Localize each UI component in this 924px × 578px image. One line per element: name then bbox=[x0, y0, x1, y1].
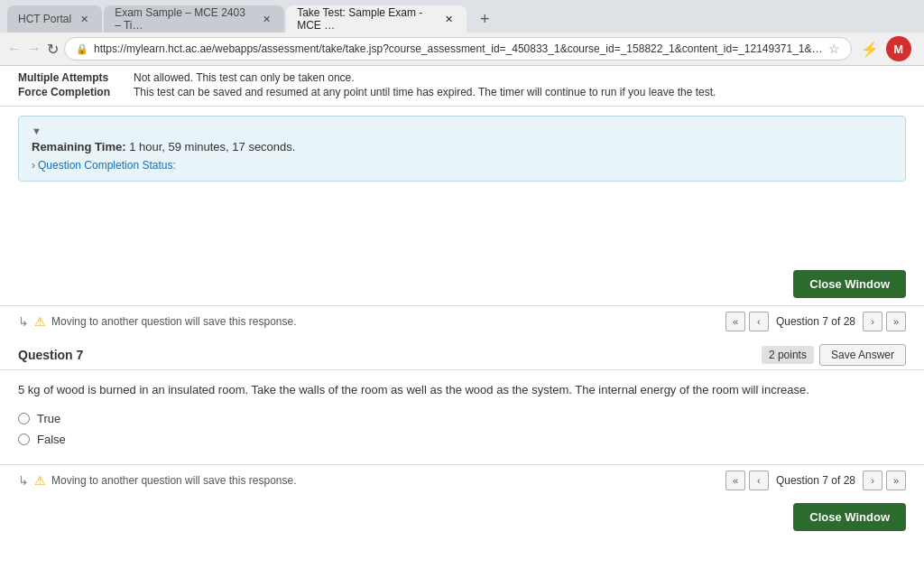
question-text: 5 kg of wood is burned in an insulated r… bbox=[18, 381, 906, 399]
top-save-note: ↳ ⚠ Moving to another question will save… bbox=[18, 314, 296, 329]
question-body: 5 kg of wood is burned in an insulated r… bbox=[0, 370, 924, 464]
top-close-window-row: Close Window bbox=[0, 263, 924, 305]
radio-true[interactable] bbox=[18, 413, 30, 424]
tab-close-take-test[interactable]: ✕ bbox=[441, 12, 456, 26]
top-close-window-button[interactable]: Close Window bbox=[793, 270, 906, 298]
tab-bar: HCT Portal ✕ Exam Sample – MCE 2403 – Ti… bbox=[0, 0, 924, 33]
multiple-attempts-row: Multiple Attempts Not allowed. This test… bbox=[18, 71, 906, 84]
timer-text: Remaining Time: 1 hour, 59 minutes, 17 s… bbox=[32, 140, 892, 154]
question-meta: 2 points Save Answer bbox=[762, 344, 906, 366]
bottom-pagination: « ‹ Question 7 of 28 › » bbox=[725, 471, 906, 490]
chevron-right-icon: › bbox=[32, 159, 35, 172]
bottom-close-window-row: Close Window bbox=[0, 496, 924, 542]
last-page-button[interactable]: » bbox=[886, 312, 906, 331]
bottom-arrow-icon: ↳ bbox=[18, 473, 29, 488]
tab-close-hct[interactable]: ✕ bbox=[77, 12, 91, 26]
warning-icon: ⚠ bbox=[34, 314, 46, 329]
bottom-close-window-button[interactable]: Close Window bbox=[793, 503, 906, 531]
force-completion-value: This test can be saved and resumed at an… bbox=[134, 86, 716, 98]
address-bar[interactable]: 🔒 https://mylearn.hct.ac.ae/webapps/asse… bbox=[64, 37, 852, 61]
timer-box: ▼ Remaining Time: 1 hour, 59 minutes, 17… bbox=[18, 116, 906, 182]
answer-option-true[interactable]: True bbox=[18, 412, 906, 425]
force-completion-label: Force Completion bbox=[18, 86, 126, 98]
multiple-attempts-label: Multiple Attempts bbox=[18, 71, 126, 84]
back-button[interactable]: ← bbox=[7, 36, 22, 61]
save-answer-button[interactable]: Save Answer bbox=[819, 344, 906, 366]
answer-label-true: True bbox=[37, 412, 60, 425]
multiple-attempts-value: Not allowed. This test can only be taken… bbox=[134, 71, 355, 84]
tab-label: HCT Portal bbox=[18, 13, 71, 25]
lock-icon: 🔒 bbox=[76, 43, 88, 55]
spacer-area bbox=[0, 191, 924, 263]
top-question-nav-row: ↳ ⚠ Moving to another question will save… bbox=[0, 305, 924, 337]
question-status-text: Question Completion Status: bbox=[38, 159, 176, 172]
answer-label-false: False bbox=[37, 433, 66, 446]
url-text: https://mylearn.hct.ac.ae/webapps/assess… bbox=[94, 42, 823, 55]
bottom-pagination-text: Question 7 of 28 bbox=[776, 474, 855, 487]
tab-label: Take Test: Sample Exam -MCE … bbox=[297, 6, 436, 32]
page-content: Multiple Attempts Not allowed. This test… bbox=[0, 66, 924, 578]
bottom-first-page-button[interactable]: « bbox=[725, 471, 745, 490]
question-title: Question 7 bbox=[18, 348, 83, 362]
pagination-text: Question 7 of 28 bbox=[776, 315, 855, 328]
tab-exam-sample[interactable]: Exam Sample – MCE 2403 – Ti… ✕ bbox=[104, 5, 284, 33]
menu-icon[interactable]: ⋮ bbox=[915, 36, 924, 61]
question-header: Question 7 2 points Save Answer bbox=[0, 337, 924, 370]
answer-option-false[interactable]: False bbox=[18, 433, 906, 446]
nav-actions: ⚡ M ⋮ bbox=[857, 36, 924, 61]
tab-take-test[interactable]: Take Test: Sample Exam -MCE … ✕ bbox=[286, 5, 467, 33]
force-completion-row: Force Completion This test can be saved … bbox=[18, 86, 906, 98]
extensions-icon[interactable]: ⚡ bbox=[857, 36, 882, 61]
forward-button[interactable]: → bbox=[27, 36, 42, 61]
timer-collapse: ▼ bbox=[32, 126, 892, 136]
next-page-button[interactable]: › bbox=[863, 312, 882, 331]
tab-close-exam[interactable]: ✕ bbox=[259, 12, 273, 26]
bottom-question-nav-row: ↳ ⚠ Moving to another question will save… bbox=[0, 464, 924, 496]
nav-bar: ← → ↻ 🔒 https://mylearn.hct.ac.ae/webapp… bbox=[0, 33, 924, 66]
bottom-save-note: ↳ ⚠ Moving to another question will save… bbox=[18, 473, 296, 488]
bottom-warning-icon: ⚠ bbox=[34, 473, 46, 488]
arrow-icon: ↳ bbox=[18, 314, 29, 329]
refresh-button[interactable]: ↻ bbox=[47, 36, 59, 61]
tab-hct-portal[interactable]: HCT Portal ✕ bbox=[7, 5, 102, 33]
prev-page-button[interactable]: ‹ bbox=[749, 312, 769, 331]
timer-value: 1 hour, 59 minutes, 17 seconds. bbox=[129, 140, 295, 154]
bottom-last-page-button[interactable]: » bbox=[886, 471, 906, 490]
first-page-button[interactable]: « bbox=[725, 312, 745, 331]
save-note-text: Moving to another question will save thi… bbox=[51, 315, 296, 328]
new-tab-button[interactable]: + bbox=[472, 6, 497, 32]
bookmark-icon[interactable]: ☆ bbox=[828, 42, 840, 56]
points-badge: 2 points bbox=[762, 346, 814, 364]
top-pagination: « ‹ Question 7 of 28 › » bbox=[725, 312, 906, 331]
question-status-link[interactable]: › Question Completion Status: bbox=[32, 159, 892, 172]
timer-label: Remaining Time: bbox=[32, 140, 126, 154]
bottom-save-note-text: Moving to another question will save thi… bbox=[51, 474, 296, 487]
profile-button[interactable]: M bbox=[886, 36, 911, 61]
bottom-prev-page-button[interactable]: ‹ bbox=[749, 471, 769, 490]
tab-label: Exam Sample – MCE 2403 – Ti… bbox=[115, 6, 254, 32]
browser-chrome: HCT Portal ✕ Exam Sample – MCE 2403 – Ti… bbox=[0, 0, 924, 66]
bottom-next-page-button[interactable]: › bbox=[863, 471, 882, 490]
info-section: Multiple Attempts Not allowed. This test… bbox=[0, 66, 924, 107]
radio-false[interactable] bbox=[18, 434, 30, 445]
